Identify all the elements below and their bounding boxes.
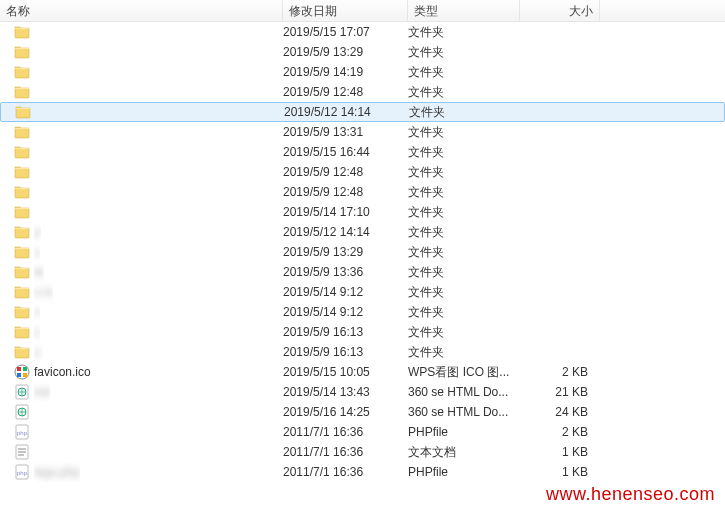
file-row[interactable]: phptags.php2011/7/1 16:36PHPfile1 KB [0, 462, 725, 482]
file-date-cell: 2019/5/12 14:14 [284, 103, 409, 121]
watermark-text: www.henenseo.com [546, 484, 715, 505]
file-name-label: te [34, 262, 44, 282]
svg-text:php: php [17, 430, 28, 436]
file-row[interactable]: php2011/7/1 16:36PHPfile2 KB [0, 422, 725, 442]
file-row[interactable]: 2019/5/15 17:07文件夹 [0, 22, 725, 42]
file-date-cell: 2011/7/1 16:36 [283, 462, 408, 482]
file-type-cell: 文件夹 [408, 182, 520, 202]
file-row[interactable]: favicon.ico2019/5/15 10:05WPS看图 ICO 图...… [0, 362, 725, 382]
file-list: 2019/5/15 17:07文件夹2019/5/9 13:29文件夹2019/… [0, 22, 725, 482]
folder-icon [14, 264, 30, 280]
file-name-cell: s [0, 242, 283, 262]
file-row[interactable]: 2019/5/9 12:48文件夹 [0, 82, 725, 102]
file-row[interactable]: p2019/5/12 14:14文件夹 [0, 222, 725, 242]
file-name-label: z. [34, 342, 43, 362]
file-name-cell: phptags.php [0, 462, 283, 482]
file-date-cell: 2019/5/9 13:36 [283, 262, 408, 282]
file-name-cell: u ls [0, 282, 283, 302]
file-name-cell: x [0, 302, 283, 322]
txt-icon [14, 444, 30, 460]
file-name-cell: z [0, 322, 283, 342]
file-name-label: ind [34, 382, 50, 402]
file-type-cell: 文件夹 [408, 342, 520, 362]
file-date-cell: 2019/5/9 14:19 [283, 62, 408, 82]
svg-text:php: php [17, 470, 28, 476]
folder-icon [14, 84, 30, 100]
file-size-cell: 2 KB [520, 422, 600, 442]
folder-icon [14, 324, 30, 340]
file-date-cell: 2019/5/9 16:13 [283, 342, 408, 362]
file-type-cell: PHPfile [408, 422, 520, 442]
folder-icon [14, 204, 30, 220]
file-row[interactable]: te2019/5/9 13:36文件夹 [0, 262, 725, 282]
file-type-cell: 文件夹 [408, 242, 520, 262]
file-row[interactable]: 2019/5/9 12:48文件夹 [0, 182, 725, 202]
file-row[interactable]: ind2019/5/14 13:43360 se HTML Do...21 KB [0, 382, 725, 402]
file-date-cell: 2019/5/15 16:44 [283, 142, 408, 162]
file-name-cell: te [0, 262, 283, 282]
php-icon: php [14, 464, 30, 480]
file-date-cell: 2019/5/9 16:13 [283, 322, 408, 342]
file-name-cell [0, 44, 283, 60]
file-row[interactable]: 2011/7/1 16:36文本文档1 KB [0, 442, 725, 462]
file-name-label: u ls [34, 282, 53, 302]
folder-icon [14, 224, 30, 240]
file-row[interactable]: 2019/5/9 13:31文件夹 [0, 122, 725, 142]
file-row[interactable]: 2019/5/9 12:48文件夹 [0, 162, 725, 182]
file-row[interactable]: 2019/5/14 17:10文件夹 [0, 202, 725, 222]
file-date-cell: 2019/5/9 12:48 [283, 82, 408, 102]
file-name-label: tags.php [34, 462, 80, 482]
svg-rect-3 [17, 373, 21, 377]
ico-icon [14, 364, 30, 380]
file-type-cell: 文件夹 [408, 202, 520, 222]
column-header-name[interactable]: 名称 [0, 0, 283, 21]
file-type-cell: 文件夹 [408, 82, 520, 102]
folder-icon [14, 184, 30, 200]
file-name-cell [0, 204, 283, 220]
file-name-label: z [34, 322, 40, 342]
file-type-cell: 文件夹 [408, 42, 520, 62]
file-name-cell: z. [0, 342, 283, 362]
file-name-cell: php [0, 424, 283, 440]
folder-icon [14, 44, 30, 60]
file-row[interactable]: s2019/5/9 13:29文件夹 [0, 242, 725, 262]
folder-icon [14, 24, 30, 40]
file-size-cell: 1 KB [520, 462, 600, 482]
file-name-cell [0, 164, 283, 180]
file-row[interactable]: z.2019/5/9 16:13文件夹 [0, 342, 725, 362]
file-name-cell [0, 144, 283, 160]
folder-icon [14, 304, 30, 320]
file-name-cell: ind [0, 382, 283, 402]
file-row[interactable]: 2019/5/16 14:25360 se HTML Do...24 KB [0, 402, 725, 422]
file-date-cell: 2019/5/14 9:12 [283, 282, 408, 302]
file-row[interactable]: 2019/5/9 14:19文件夹 [0, 62, 725, 82]
file-date-cell: 2019/5/9 12:48 [283, 182, 408, 202]
file-date-cell: 2019/5/9 13:29 [283, 42, 408, 62]
file-row[interactable]: 2019/5/15 16:44文件夹 [0, 142, 725, 162]
file-name-cell [0, 404, 283, 420]
column-header-date[interactable]: 修改日期 [283, 0, 408, 21]
column-header-type[interactable]: 类型 [408, 0, 520, 21]
file-name-label: p [34, 222, 41, 242]
folder-icon [14, 64, 30, 80]
column-header-size[interactable]: 大小 [520, 0, 600, 21]
file-row[interactable]: z2019/5/9 16:13文件夹 [0, 322, 725, 342]
folder-icon [14, 244, 30, 260]
folder-icon [14, 124, 30, 140]
file-name-cell [1, 104, 284, 120]
file-name-cell [0, 24, 283, 40]
file-row[interactable]: u ls2019/5/14 9:12文件夹 [0, 282, 725, 302]
file-type-cell: 文本文档 [408, 442, 520, 462]
file-row[interactable]: 2019/5/9 13:29文件夹 [0, 42, 725, 62]
folder-icon [14, 144, 30, 160]
file-date-cell: 2019/5/14 9:12 [283, 302, 408, 322]
folder-icon [15, 104, 31, 120]
file-type-cell: 文件夹 [408, 262, 520, 282]
file-type-cell: 文件夹 [408, 22, 520, 42]
file-name-cell [0, 444, 283, 460]
svg-rect-4 [23, 373, 27, 377]
file-type-cell: 360 se HTML Do... [408, 402, 520, 422]
file-row[interactable]: 2019/5/12 14:14文件夹 [0, 102, 725, 122]
file-date-cell: 2011/7/1 16:36 [283, 422, 408, 442]
file-row[interactable]: x2019/5/14 9:12文件夹 [0, 302, 725, 322]
